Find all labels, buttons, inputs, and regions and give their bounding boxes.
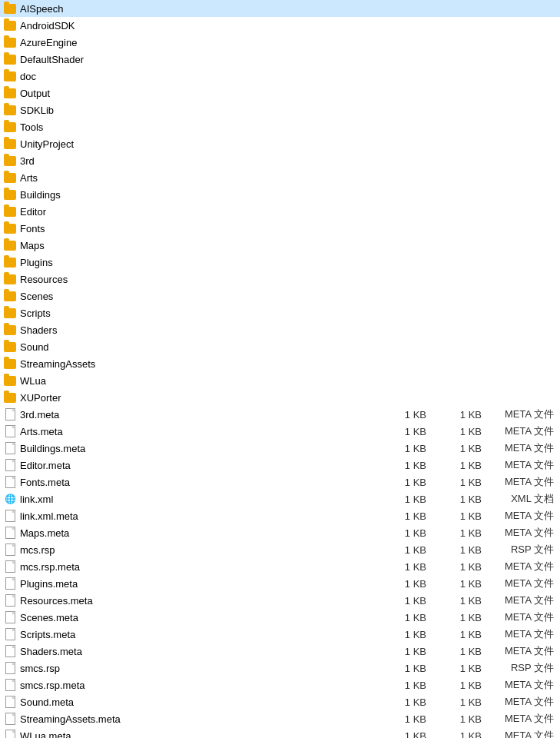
folder-icon xyxy=(3,2,17,15)
list-item[interactable]: smcs.rsp1 KB1 KBRSP 文件 xyxy=(0,660,560,676)
list-item[interactable]: Scenes.meta1 KB1 KBMETA 文件 xyxy=(0,609,560,626)
file-name: StreamingAssets xyxy=(20,358,488,370)
folder-type-label: 文件夹 xyxy=(488,154,557,168)
file-name: mcs.rsp.meta xyxy=(20,561,380,573)
list-item[interactable]: smcs.rsp.meta1 KB1 KBMETA 文件 xyxy=(0,676,560,693)
file-name: Resources.meta xyxy=(20,595,380,607)
file-size-original: 1 KB xyxy=(380,730,442,739)
list-item[interactable]: Buildings.meta1 KB1 KBMETA 文件 xyxy=(0,440,560,457)
file-type-label: META 文件 xyxy=(488,712,557,726)
list-item[interactable]: Tools文件夹 xyxy=(0,118,560,135)
folder-icon xyxy=(3,272,17,286)
list-item[interactable]: Scripts.meta1 KB1 KBMETA 文件 xyxy=(0,626,560,643)
list-item[interactable]: StreamingAssets.meta1 KB1 KBMETA 文件 xyxy=(0,710,560,727)
file-name: AndroidSDK xyxy=(20,20,488,32)
list-item[interactable]: Shaders文件夹 xyxy=(0,321,560,338)
folder-type-label: 文件夹 xyxy=(488,391,557,404)
list-item[interactable]: Sound文件夹 xyxy=(0,338,560,355)
list-item[interactable]: Fonts.meta1 KB1 KBMETA 文件 xyxy=(0,474,560,490)
list-item[interactable]: mcs.rsp1 KB1 KBRSP 文件 xyxy=(0,541,560,558)
file-size-display: 1 KB xyxy=(442,409,488,421)
file-icon xyxy=(3,424,17,438)
file-size-original: 1 KB xyxy=(380,494,442,505)
folder-type-label: 文件夹 xyxy=(488,272,557,286)
folder-icon xyxy=(3,35,17,49)
list-item[interactable]: Shaders.meta1 KB1 KBMETA 文件 xyxy=(0,643,560,660)
list-item[interactable]: AzureEngine文件夹 xyxy=(0,34,560,51)
file-size-display: 1 KB xyxy=(442,595,488,607)
list-item[interactable]: SDKLib文件夹 xyxy=(0,101,560,118)
file-icon xyxy=(3,610,17,624)
list-item[interactable]: Resources文件夹 xyxy=(0,271,560,288)
file-name: XUPorter xyxy=(20,392,488,404)
list-item[interactable]: 3rd文件夹 xyxy=(0,152,560,169)
file-icon xyxy=(3,560,17,573)
list-item[interactable]: AISpeech文件夹 xyxy=(0,0,560,17)
file-type-label: RSP 文件 xyxy=(488,543,557,557)
list-item[interactable]: mcs.rsp.meta1 KB1 KBMETA 文件 xyxy=(0,558,560,575)
file-size-display: 1 KB xyxy=(442,494,488,505)
folder-type-label: 文件夹 xyxy=(488,137,557,151)
list-item[interactable]: WLua文件夹 xyxy=(0,372,560,389)
list-item[interactable]: Fonts文件夹 xyxy=(0,220,560,237)
list-item[interactable]: StreamingAssets文件夹 xyxy=(0,355,560,372)
file-type-label: META 文件 xyxy=(488,475,557,489)
list-item[interactable]: 3rd.meta1 KB1 KBMETA 文件 xyxy=(0,406,560,423)
list-item[interactable]: doc文件夹 xyxy=(0,68,560,85)
list-item[interactable]: Resources.meta1 KB1 KBMETA 文件 xyxy=(0,592,560,609)
file-size-original: 1 KB xyxy=(380,544,442,556)
list-item[interactable]: XUPorter文件夹 xyxy=(0,389,560,406)
folder-type-label: 文件夹 xyxy=(488,120,557,134)
file-size-original: 1 KB xyxy=(380,696,442,708)
folder-icon xyxy=(3,103,17,117)
list-item[interactable]: Buildings文件夹 xyxy=(0,186,560,203)
list-item[interactable]: Scenes文件夹 xyxy=(0,288,560,304)
folder-type-label: 文件夹 xyxy=(488,204,557,218)
list-item[interactable]: Arts文件夹 xyxy=(0,169,560,186)
folder-type-label: 文件夹 xyxy=(488,340,557,354)
file-size-original: 1 KB xyxy=(380,460,442,471)
list-item[interactable]: Output文件夹 xyxy=(0,85,560,101)
folder-icon xyxy=(3,18,17,32)
list-item[interactable]: Sound.meta1 KB1 KBMETA 文件 xyxy=(0,693,560,710)
list-item[interactable]: UnityProject文件夹 xyxy=(0,135,560,152)
file-type-label: META 文件 xyxy=(488,526,557,540)
file-name: Buildings.meta xyxy=(20,443,380,454)
file-size-original: 1 KB xyxy=(380,595,442,607)
folder-icon xyxy=(3,221,17,235)
file-size-display: 1 KB xyxy=(442,663,488,674)
file-icon xyxy=(3,475,17,489)
file-name: StreamingAssets.meta xyxy=(20,713,380,725)
list-item[interactable]: Plugins文件夹 xyxy=(0,254,560,271)
list-item[interactable]: WLua.meta1 KB1 KBMETA 文件 xyxy=(0,727,560,738)
list-item[interactable]: Scripts文件夹 xyxy=(0,304,560,321)
list-item[interactable]: DefaultShader文件夹 xyxy=(0,51,560,68)
folder-icon xyxy=(3,137,17,151)
list-item[interactable]: Editor文件夹 xyxy=(0,203,560,220)
list-item[interactable]: Editor.meta1 KB1 KBMETA 文件 xyxy=(0,457,560,474)
list-item[interactable]: AndroidSDK文件夹 xyxy=(0,17,560,34)
file-size-original: 1 KB xyxy=(380,426,442,437)
file-name: AISpeech xyxy=(20,3,488,15)
file-icon xyxy=(3,627,17,641)
file-name: UnityProject xyxy=(20,138,488,150)
list-item[interactable]: 🌐link.xml1 KB1 KBXML 文档 xyxy=(0,490,560,507)
file-size-display: 1 KB xyxy=(442,544,488,556)
file-name: Sound.meta xyxy=(20,696,380,708)
list-item[interactable]: Plugins.meta1 KB1 KBMETA 文件 xyxy=(0,575,560,592)
list-item[interactable]: link.xml.meta1 KB1 KBMETA 文件 xyxy=(0,507,560,524)
file-type-label: META 文件 xyxy=(488,560,557,573)
folder-icon xyxy=(3,238,17,252)
file-type-label: META 文件 xyxy=(488,441,557,455)
folder-icon xyxy=(3,340,17,354)
list-item[interactable]: Maps文件夹 xyxy=(0,237,560,254)
list-item[interactable]: Maps.meta1 KB1 KBMETA 文件 xyxy=(0,524,560,541)
file-name: Scenes.meta xyxy=(20,612,380,623)
folder-icon xyxy=(3,204,17,218)
file-name: DefaultShader xyxy=(20,54,488,65)
file-name: smcs.rsp.meta xyxy=(20,680,380,691)
file-name: link.xml.meta xyxy=(20,510,380,522)
folder-type-label: 文件夹 xyxy=(488,188,557,201)
list-item[interactable]: Arts.meta1 KB1 KBMETA 文件 xyxy=(0,423,560,440)
folder-type-label: 文件夹 xyxy=(488,289,557,303)
